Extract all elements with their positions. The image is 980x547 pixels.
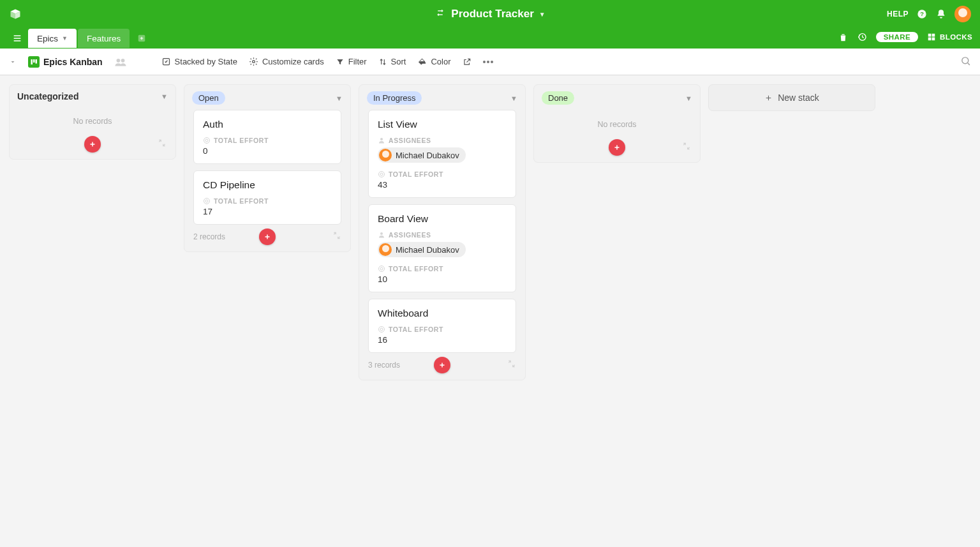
- svg-point-11: [116, 59, 120, 63]
- tabs-bar: Epics▼Features SHARE BLOCKS: [0, 28, 980, 49]
- help-icon[interactable]: ?: [916, 8, 928, 20]
- trash-icon[interactable]: [838, 33, 848, 42]
- total-effort-label: TOTAL EFFORT: [378, 326, 507, 333]
- color-button[interactable]: Color: [417, 57, 450, 66]
- kanban-view-icon: [28, 56, 40, 68]
- collapse-column-icon[interactable]: [682, 142, 691, 153]
- assignee-pill[interactable]: Michael Dubakov: [378, 147, 466, 163]
- card[interactable]: WhiteboardTOTAL EFFORT16: [368, 299, 516, 353]
- svg-point-14: [253, 61, 255, 63]
- cards-list: AuthTOTAL EFFORT0CD PipelineTOTAL EFFORT…: [184, 110, 350, 225]
- total-effort-label: TOTAL EFFORT: [203, 137, 332, 144]
- svg-rect-8: [31, 59, 33, 64]
- svg-point-29: [379, 327, 385, 333]
- card[interactable]: CD PipelineTOTAL EFFORT17: [193, 170, 341, 225]
- user-avatar[interactable]: [954, 6, 971, 22]
- column-title[interactable]: Open: [192, 91, 225, 105]
- new-stack-label: New stack: [778, 93, 819, 103]
- hamburger-icon[interactable]: [8, 29, 27, 48]
- collaborators-icon[interactable]: [114, 57, 127, 67]
- svg-rect-4: [928, 34, 932, 37]
- customize-cards-button[interactable]: Customize cards: [249, 57, 324, 66]
- chevron-down-icon[interactable]: ▼: [539, 11, 546, 18]
- svg-rect-6: [928, 38, 932, 41]
- svg-rect-9: [33, 59, 35, 63]
- history-icon[interactable]: [857, 32, 867, 42]
- column-header: In Progress▼: [359, 85, 525, 110]
- assignee-name: Michael Dubakov: [396, 151, 459, 160]
- kanban-board: Uncategorized▼No records.Open▼AuthTOTAL …: [0, 75, 980, 547]
- card[interactable]: Board ViewASSIGNEESMichael DubakovTOTAL …: [368, 204, 516, 292]
- record-count: 2 records: [193, 232, 225, 241]
- collapse-column-icon[interactable]: [332, 231, 341, 243]
- tab-epics[interactable]: Epics▼: [28, 29, 77, 48]
- assignee-pill[interactable]: Michael Dubakov: [378, 242, 466, 257]
- chevron-down-icon[interactable]: ▼: [336, 94, 343, 102]
- svg-rect-5: [932, 34, 935, 37]
- app-logo-icon[interactable]: [9, 8, 22, 20]
- chevron-down-icon[interactable]: ▼: [161, 93, 168, 100]
- collapse-views-button[interactable]: [9, 58, 17, 66]
- sort-button[interactable]: Sort: [378, 57, 406, 66]
- card-title: CD Pipeline: [203, 179, 332, 191]
- chevron-down-icon[interactable]: ▼: [685, 94, 692, 102]
- collapse-column-icon[interactable]: [507, 359, 516, 371]
- total-effort-value: 10: [378, 274, 507, 284]
- column-open: Open▼AuthTOTAL EFFORT0CD PipelineTOTAL E…: [184, 84, 351, 252]
- column-uncategorized: Uncategorized▼No records.: [9, 84, 176, 160]
- swap-icon: [434, 7, 446, 21]
- svg-point-27: [379, 266, 385, 272]
- total-effort-value: 0: [203, 146, 332, 156]
- new-stack-button[interactable]: New stack: [708, 84, 875, 111]
- blocks-button[interactable]: BLOCKS: [927, 33, 972, 41]
- card-title: Board View: [378, 213, 507, 225]
- chevron-down-icon[interactable]: ▼: [510, 94, 517, 102]
- no-records-label: No records: [534, 110, 700, 135]
- assignee-avatar: [379, 149, 392, 161]
- svg-point-17: [491, 61, 493, 63]
- current-view[interactable]: Epics Kanban: [28, 56, 103, 68]
- stacked-by-button[interactable]: Stacked by State: [161, 57, 237, 66]
- column-in_progress: In Progress▼List ViewASSIGNEESMichael Du…: [359, 84, 526, 380]
- column-title[interactable]: In Progress: [367, 91, 422, 105]
- collapse-column-icon[interactable]: [158, 139, 167, 150]
- add-card-button[interactable]: [434, 357, 450, 373]
- filter-button[interactable]: Filter: [336, 57, 367, 66]
- total-effort-value: 17: [203, 207, 332, 216]
- total-effort-label: TOTAL EFFORT: [203, 197, 332, 205]
- total-effort-value: 43: [378, 180, 507, 190]
- card[interactable]: List ViewASSIGNEESMichael DubakovTOTAL E…: [368, 110, 516, 198]
- assignees-label: ASSIGNEES: [378, 231, 507, 239]
- assignee-avatar: [379, 243, 392, 256]
- add-card-button[interactable]: [84, 136, 101, 153]
- more-menu-icon[interactable]: [483, 61, 493, 63]
- chevron-down-icon[interactable]: ▼: [62, 35, 68, 41]
- svg-point-19: [204, 138, 210, 144]
- add-card-button[interactable]: [609, 139, 625, 156]
- svg-point-15: [483, 61, 486, 63]
- card[interactable]: AuthTOTAL EFFORT0: [193, 110, 341, 164]
- column-done: Done▼No records.: [533, 84, 701, 163]
- cards-list: List ViewASSIGNEESMichael DubakovTOTAL E…: [359, 110, 525, 353]
- share-view-icon[interactable]: [463, 57, 471, 66]
- svg-point-25: [380, 173, 383, 176]
- tab-features[interactable]: Features: [78, 29, 130, 48]
- search-icon[interactable]: [960, 56, 971, 68]
- svg-point-21: [204, 199, 210, 204]
- svg-point-18: [962, 57, 969, 63]
- column-header: Uncategorized▼: [10, 85, 175, 107]
- svg-point-16: [487, 61, 489, 63]
- total-effort-label: TOTAL EFFORT: [378, 265, 507, 273]
- add-tab-button[interactable]: [133, 30, 150, 47]
- total-effort-label: TOTAL EFFORT: [378, 170, 507, 178]
- column-title[interactable]: Done: [542, 91, 574, 105]
- help-link[interactable]: HELP: [887, 10, 909, 19]
- tab-label: Features: [87, 34, 121, 43]
- bell-icon[interactable]: [935, 8, 947, 20]
- share-button[interactable]: SHARE: [876, 32, 918, 42]
- header-right: HELP ?: [887, 6, 971, 22]
- workspace-title[interactable]: Product Tracker: [451, 8, 533, 20]
- svg-point-22: [205, 200, 208, 202]
- column-title[interactable]: Uncategorized: [17, 91, 78, 101]
- add-card-button[interactable]: [259, 229, 276, 245]
